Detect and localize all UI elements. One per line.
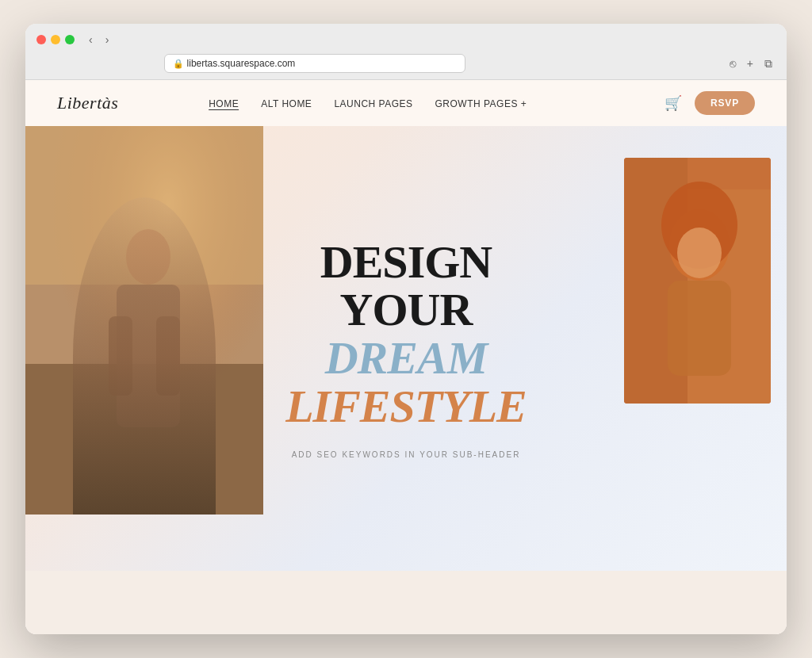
- svg-rect-15: [668, 281, 731, 376]
- navigation: Libertàs HOME ALT HOME LAUNCH PAGES GROW…: [25, 80, 787, 126]
- back-button[interactable]: ‹: [86, 32, 96, 48]
- nav-link-home[interactable]: HOME: [209, 98, 239, 109]
- svg-rect-5: [117, 285, 180, 427]
- nav-link-alt-home[interactable]: ALT HOME: [261, 98, 312, 109]
- address-bar-row: 🔒 libertas.squarespace.com ⎋ + ⧉: [36, 54, 776, 73]
- nav-right: 🛒 RSVP: [665, 91, 755, 115]
- browser-action-buttons: ⎋ + ⧉: [726, 55, 776, 72]
- cart-icon[interactable]: 🛒: [665, 94, 682, 112]
- hero-title-line2: YOUR DREAM: [271, 286, 541, 383]
- nav-links: HOME ALT HOME LAUNCH PAGES GROWTH PAGES …: [209, 96, 527, 110]
- browser-chrome: ‹ › 🔒 libertas.squarespace.com ⎋ + ⧉: [25, 24, 787, 80]
- hero-subtitle: ADD SEO KEYWORDS IN YOUR SUB-HEADER: [271, 450, 541, 459]
- nav-link-launch-pages[interactable]: LAUNCH PAGES: [334, 98, 412, 109]
- svg-rect-7: [156, 316, 180, 396]
- nav-item-home[interactable]: HOME: [209, 96, 239, 110]
- close-button[interactable]: [36, 35, 46, 44]
- svg-rect-6: [109, 316, 132, 396]
- hero-photo-left-placeholder: [25, 126, 263, 515]
- hero-photo-right-placeholder: [624, 158, 771, 404]
- browser-window: ‹ › 🔒 libertas.squarespace.com ⎋ + ⧉ Lib…: [25, 24, 787, 634]
- hero-title: DESIGN YOUR DREAM LIFESTYLE: [271, 238, 541, 431]
- hero-word-dream: DREAM: [325, 332, 488, 384]
- nav-item-growth-pages[interactable]: GROWTH PAGES +: [435, 96, 527, 110]
- minimize-button[interactable]: [51, 35, 60, 44]
- maximize-button[interactable]: [65, 35, 75, 44]
- svg-rect-2: [25, 126, 263, 285]
- rsvp-button[interactable]: RSVP: [695, 91, 755, 115]
- hero-photo-left: [25, 126, 263, 515]
- hero-title-line1: DESIGN: [271, 238, 541, 286]
- svg-point-14: [677, 228, 722, 278]
- windows-button[interactable]: ⧉: [761, 55, 776, 72]
- browser-controls: ‹ ›: [36, 32, 776, 48]
- hero-text: DESIGN YOUR DREAM LIFESTYLE ADD SEO KEYW…: [271, 238, 541, 459]
- site-logo[interactable]: Libertàs: [57, 93, 118, 113]
- forward-button[interactable]: ›: [102, 32, 113, 48]
- svg-point-4: [126, 229, 170, 285]
- site-footer-area: [25, 571, 787, 634]
- hero-photo-right: [624, 158, 771, 404]
- svg-rect-3: [25, 364, 263, 515]
- nav-item-launch-pages[interactable]: LAUNCH PAGES: [334, 96, 412, 110]
- hero-left-svg: [25, 126, 263, 515]
- hero-section: DESIGN YOUR DREAM LIFESTYLE ADD SEO KEYW…: [25, 126, 787, 571]
- hero-right-svg: [624, 158, 771, 404]
- hero-word-your: YOUR: [340, 284, 473, 335]
- traffic-lights: [36, 35, 75, 44]
- hero-title-line3: LIFESTYLE: [271, 383, 541, 431]
- nav-item-alt-home[interactable]: ALT HOME: [261, 96, 312, 110]
- lock-icon: 🔒: [173, 59, 184, 69]
- website-content: Libertàs HOME ALT HOME LAUNCH PAGES GROW…: [25, 80, 787, 634]
- share-button[interactable]: ⎋: [726, 55, 739, 72]
- url-text: libertas.squarespace.com: [187, 58, 296, 69]
- nav-link-growth-pages[interactable]: GROWTH PAGES +: [435, 98, 527, 109]
- address-bar[interactable]: 🔒 libertas.squarespace.com: [164, 54, 465, 73]
- new-tab-button[interactable]: +: [744, 55, 756, 72]
